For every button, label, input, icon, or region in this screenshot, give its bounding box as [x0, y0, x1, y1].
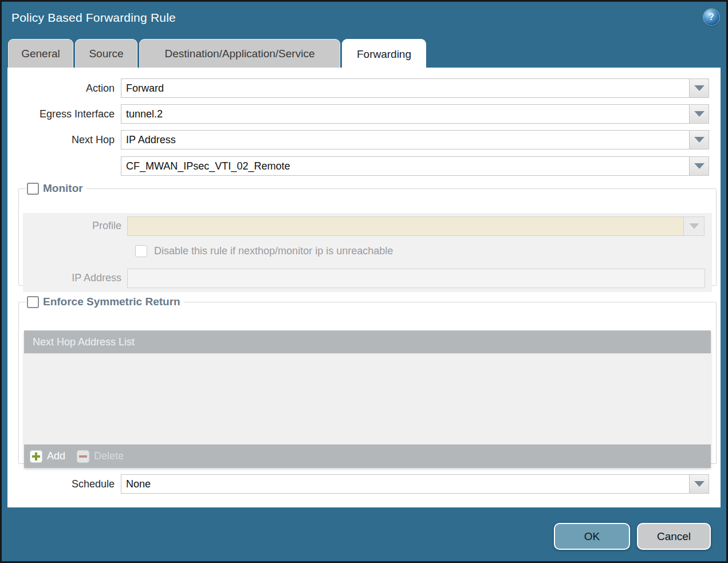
dialog-title: Policy Based Forwarding Rule — [11, 11, 176, 25]
enforce-symmetric-return-section: Enforce Symmetric Return Next Hop Addres… — [18, 296, 717, 464]
disable-rule-label: Disable this rule if nexthop/monitor ip … — [154, 245, 393, 257]
schedule-dropdown-button[interactable] — [690, 474, 709, 494]
ok-button[interactable]: OK — [554, 523, 630, 550]
next-hop-address-list-body[interactable] — [24, 353, 711, 444]
profile-dropdown-button — [684, 216, 705, 236]
next-hop-address-input[interactable] — [121, 156, 690, 176]
next-hop-address-table: Next Hop Address List Add Delete — [24, 330, 711, 468]
action-input[interactable] — [121, 78, 690, 98]
monitor-checkbox[interactable] — [27, 183, 39, 195]
tab-forwarding[interactable]: Forwarding — [342, 39, 426, 69]
schedule-label: Schedule — [7, 478, 121, 490]
schedule-input[interactable] — [121, 474, 690, 494]
policy-based-forwarding-dialog: Policy Based Forwarding Rule ? General S… — [0, 0, 728, 563]
delete-button: Delete — [77, 450, 124, 463]
plus-icon — [30, 450, 42, 463]
egress-interface-dropdown-button[interactable] — [690, 104, 709, 124]
tab-bar: General Source Destination/Application/S… — [8, 39, 428, 68]
egress-interface-input[interactable] — [121, 104, 690, 124]
action-dropdown-button[interactable] — [690, 78, 709, 98]
profile-label: Profile — [23, 220, 127, 232]
minus-icon — [77, 450, 89, 463]
action-label: Action — [7, 82, 121, 95]
monitor-disabled-panel: Profile Disable this rule if nexthop/mon… — [23, 213, 712, 292]
tab-general[interactable]: General — [8, 39, 73, 68]
dropdown-arrow-icon — [694, 481, 705, 487]
next-hop-address-list-toolbar: Add Delete — [24, 444, 711, 468]
dialog-chrome: Policy Based Forwarding Rule ? General S… — [2, 2, 726, 561]
monitor-label: Monitor — [43, 182, 83, 195]
dropdown-arrow-icon — [694, 111, 705, 117]
next-hop-type-dropdown-button[interactable] — [690, 130, 709, 149]
monitor-section: Monitor Profile Disable — [18, 182, 717, 286]
enforce-symmetric-return-checkbox[interactable] — [27, 296, 39, 308]
dropdown-arrow-icon — [694, 163, 705, 169]
egress-interface-label: Egress Interface — [7, 108, 121, 120]
next-hop-label: Next Hop — [7, 134, 121, 146]
dropdown-arrow-icon — [689, 223, 699, 229]
dropdown-arrow-icon — [694, 137, 705, 143]
delete-button-label: Delete — [94, 450, 124, 462]
add-button-label: Add — [47, 450, 65, 462]
enforce-legend: Enforce Symmetric Return — [26, 296, 184, 308]
enforce-symmetric-return-label: Enforce Symmetric Return — [43, 296, 180, 308]
tab-source[interactable]: Source — [75, 39, 137, 68]
dropdown-arrow-icon — [694, 85, 705, 91]
tab-destination-application-service[interactable]: Destination/Application/Service — [139, 39, 340, 68]
next-hop-address-dropdown-button[interactable] — [690, 156, 709, 176]
monitor-legend: Monitor — [26, 182, 86, 195]
next-hop-type-input[interactable] — [121, 130, 690, 149]
disable-rule-checkbox — [135, 245, 147, 257]
monitor-ip-address-label: IP Address — [23, 272, 127, 284]
add-button[interactable]: Add — [30, 450, 65, 463]
forwarding-tab-panel: Action Egress Interface Ne — [7, 68, 721, 507]
cancel-button[interactable]: Cancel — [637, 523, 711, 550]
help-icon[interactable]: ? — [703, 9, 719, 25]
monitor-ip-address-input — [127, 269, 705, 288]
profile-input — [127, 216, 684, 236]
next-hop-address-list-column-header: Next Hop Address List — [24, 330, 711, 353]
